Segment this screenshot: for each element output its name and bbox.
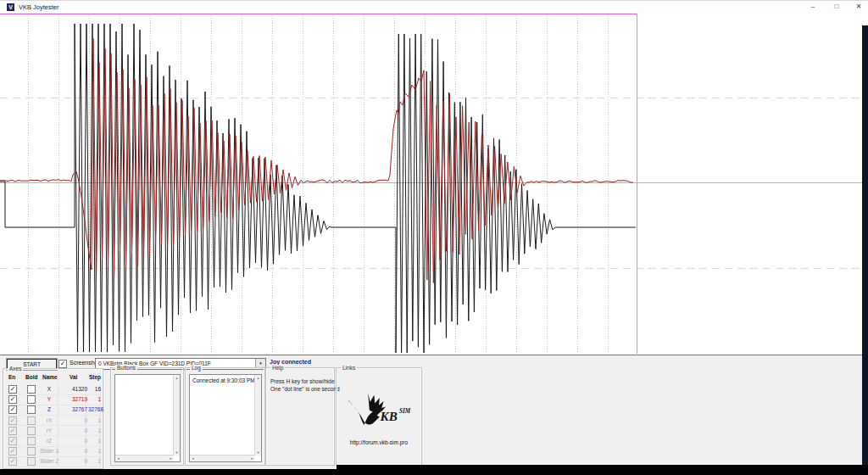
scroll-down-icon[interactable]: ▼	[255, 450, 261, 455]
axes-header-en: En	[8, 374, 15, 380]
status-joy-connected: Joy connected	[270, 359, 311, 365]
axes-val: 0	[59, 438, 87, 444]
buttons-group-title: Buttons	[115, 365, 137, 372]
links-group-title: Links	[341, 365, 357, 372]
app-icon: V	[7, 3, 14, 11]
help-group-title: Help	[270, 365, 285, 372]
axes-step: 1	[88, 396, 101, 402]
en-checkbox[interactable]: ✓	[8, 405, 17, 414]
vertical-scrollbar[interactable]: ▲ ▼	[254, 375, 261, 455]
axes-val: 0	[59, 448, 87, 454]
bold-checkbox	[27, 437, 36, 445]
axes-name: rX	[37, 417, 61, 423]
scroll-down-icon[interactable]: ▼	[174, 450, 180, 455]
horizontal-scrollbar[interactable]: ◄ ►	[190, 455, 255, 461]
axes-group: Axes EnBoldNameValStep✓X4132016✓Y327191✓…	[3, 368, 103, 469]
bold-checkbox	[27, 416, 36, 425]
axes-row-x: ✓X4132016	[3, 384, 103, 394]
y-axis-trace	[0, 39, 633, 283]
axes-val: 0	[59, 458, 87, 464]
axes-step: 1	[88, 417, 101, 423]
axes-header-val: Val	[70, 374, 77, 380]
bold-checkbox	[27, 457, 36, 466]
axes-val: 0	[59, 428, 87, 433]
axes-step: 32768	[88, 406, 101, 412]
bold-checkbox[interactable]	[27, 395, 36, 404]
log-group: Log Connected at 9:30:03 PM ▲ ▼ ◄ ►	[185, 367, 265, 466]
bold-checkbox[interactable]	[27, 385, 36, 394]
axes-val: 32719	[59, 396, 87, 402]
axes-name: Y	[37, 396, 61, 402]
en-checkbox: ✓	[8, 457, 17, 466]
axes-row-z: ✓Z3276732768	[3, 405, 103, 415]
scroll-right-icon[interactable]: ►	[249, 455, 255, 461]
axes-step: 16	[88, 386, 101, 392]
en-checkbox: ✓	[8, 437, 17, 445]
desktop-edge-right	[862, 25, 868, 475]
en-checkbox: ✓	[8, 447, 17, 455]
en-checkbox: ✓	[8, 416, 17, 425]
desktop-edge-bottom	[0, 469, 868, 475]
axes-name: rZ	[37, 438, 61, 444]
screenshot-checkbox[interactable]: ✓	[58, 360, 67, 368]
axes-val: 0	[59, 417, 87, 423]
forum-link[interactable]: http://forum.vkb-sim.pro	[337, 439, 421, 445]
help-group: Help Press H key for show/hide One "dot …	[265, 367, 335, 466]
buttons-group: Buttons ▲ ▼ ◄ ►	[110, 367, 184, 466]
buttons-listbox[interactable]: ▲ ▼ ◄ ►	[114, 374, 181, 462]
axes-group-title: Axes	[8, 366, 23, 372]
links-group: Links KB SIM http://forum.vkb-sim.pro	[336, 367, 422, 466]
log-listbox[interactable]: Connected at 9:30:03 PM ▲ ▼ ◄ ►	[189, 374, 262, 462]
vkb-sim-logo: KB SIM	[345, 392, 413, 431]
axes-row-ry: ✓rY01	[3, 426, 103, 436]
en-checkbox[interactable]: ✓	[8, 395, 17, 404]
horizontal-scrollbar[interactable]: ◄ ►	[115, 455, 174, 461]
axes-row-y: ✓Y327191	[3, 394, 103, 405]
bold-checkbox[interactable]	[27, 405, 36, 414]
title-bar: V VKB Joytester – □ ✕	[0, 0, 868, 14]
axes-name: Z	[37, 406, 61, 412]
log-group-title: Log	[190, 365, 203, 372]
oscilloscope-plot	[0, 0, 868, 355]
maximize-button[interactable]: □	[827, 2, 846, 12]
en-checkbox[interactable]: ✓	[8, 385, 17, 394]
axes-step: 1	[88, 438, 101, 444]
help-line-1: Press H key for show/hide	[270, 378, 335, 384]
axes-step: 1	[88, 448, 101, 454]
axes-val: 41320	[59, 386, 87, 392]
axes-row-rz: ✓rZ01	[3, 436, 103, 446]
minimize-button[interactable]: –	[804, 2, 822, 12]
close-button[interactable]: ✕	[849, 2, 868, 12]
axes-step: 1	[88, 458, 101, 464]
logo-kb-text: KB	[380, 409, 398, 423]
axes-header-step: Step	[89, 374, 101, 380]
axes-row-rx: ✓rX01	[3, 416, 103, 426]
axes-val: 32767	[59, 406, 87, 412]
axes-row-slider1: ✓Slider 101	[3, 446, 103, 456]
axes-name: Slider 2	[37, 458, 61, 464]
log-entry: Connected at 9:30:03 PM	[192, 377, 255, 383]
scroll-left-icon[interactable]: ◄	[190, 455, 196, 461]
axes-step: 1	[88, 428, 101, 433]
axes-name: rY	[37, 428, 61, 433]
logo-sim-text: SIM	[399, 408, 411, 415]
axes-table: EnBoldNameValStep✓X4132016✓Y327191✓Z3276…	[3, 372, 103, 467]
scroll-right-icon[interactable]: ►	[168, 455, 174, 461]
help-line-2: One "dot line" is one second	[270, 386, 340, 392]
axes-header-bold: Bold	[25, 374, 37, 380]
bold-checkbox	[27, 447, 36, 455]
scroll-up-icon[interactable]: ▲	[255, 375, 261, 381]
axes-header-name: Name	[42, 374, 58, 380]
axes-name: X	[37, 386, 61, 392]
scroll-left-icon[interactable]: ◄	[115, 455, 121, 461]
vertical-scrollbar[interactable]: ▲ ▼	[173, 375, 180, 455]
axes-name: Slider 1	[37, 448, 61, 454]
bold-checkbox	[27, 427, 36, 435]
scroll-up-icon[interactable]: ▲	[174, 375, 180, 381]
window-title: VKB Joytester	[19, 3, 59, 11]
en-checkbox: ✓	[8, 427, 17, 435]
app-window: V VKB Joytester – □ ✕ START ✓ Screenshoo…	[0, 0, 868, 475]
axes-row-slider2: ✓Slider 201	[3, 456, 103, 467]
